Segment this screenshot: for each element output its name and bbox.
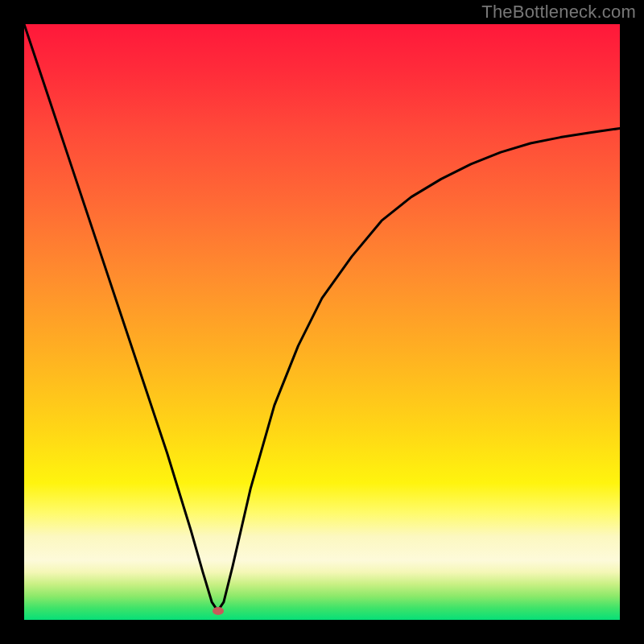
min-marker xyxy=(213,607,224,615)
watermark-text: TheBottleneck.com xyxy=(481,2,636,23)
chart-frame: TheBottleneck.com xyxy=(0,0,644,644)
bottleneck-curve xyxy=(24,24,620,620)
plot-area xyxy=(24,24,620,620)
